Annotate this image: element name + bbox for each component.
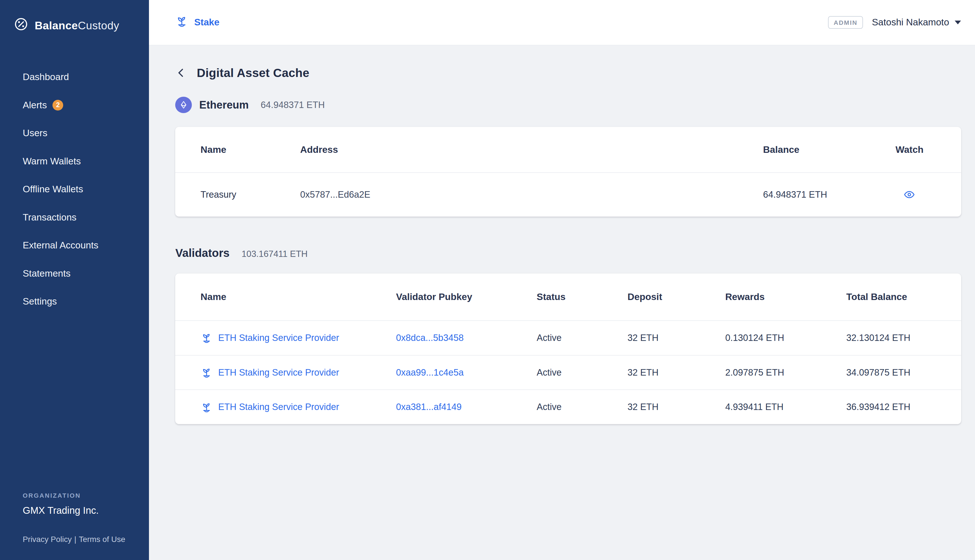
- page-content: Digital Asset Cache Ethereum 64.948371 E…: [149, 45, 975, 560]
- sidebar-item-users[interactable]: Users: [0, 119, 149, 147]
- col-header-deposit: Deposit: [628, 292, 725, 302]
- legal-links: Privacy Policy|Terms of Use: [23, 535, 136, 544]
- sidebar-item-label: Dashboard: [23, 72, 69, 82]
- brand-name: BalanceCustody: [35, 20, 119, 32]
- brand-logo-row[interactable]: BalanceCustody: [0, 0, 149, 34]
- validator-pubkey-link[interactable]: 0xa381...af4149: [396, 402, 537, 412]
- organization-name: GMX Trading Inc.: [23, 505, 136, 516]
- validator-status: Active: [537, 367, 628, 378]
- app-root: BalanceCustody Dashboard Alerts2 Users W…: [0, 0, 975, 560]
- stake-sprout-icon: [175, 15, 189, 30]
- sidebar-item-label: Offline Wallets: [23, 184, 83, 195]
- chevron-left-icon: [175, 67, 187, 79]
- watch-button[interactable]: [903, 189, 936, 200]
- chevron-down-icon: [955, 21, 961, 24]
- table-row: ETH Staking Service Provider 0xaa99...1c…: [175, 355, 961, 390]
- brand-name-light: Custody: [78, 20, 119, 32]
- sprout-icon: [200, 367, 212, 378]
- validator-status: Active: [537, 402, 628, 412]
- table-row: ETH Staking Service Provider 0xa381...af…: [175, 389, 961, 424]
- ethereum-icon: [175, 97, 192, 113]
- asset-balance: 64.948371 ETH: [260, 100, 325, 110]
- sidebar-item-offline-wallets[interactable]: Offline Wallets: [0, 175, 149, 203]
- sidebar-item-external-accounts[interactable]: External Accounts: [0, 231, 149, 259]
- validator-name-link[interactable]: ETH Staking Service Provider: [218, 367, 339, 378]
- validator-name-cell: ETH Staking Service Provider: [200, 332, 396, 344]
- validator-pubkey-link[interactable]: 0xaa99...1c4e5a: [396, 367, 537, 378]
- validator-deposit: 32 ETH: [628, 367, 725, 378]
- page-title: Digital Asset Cache: [197, 66, 309, 80]
- privacy-policy-link[interactable]: Privacy Policy: [23, 535, 72, 543]
- terms-of-use-link[interactable]: Terms of Use: [79, 535, 125, 543]
- asset-name: Ethereum: [199, 99, 249, 111]
- validator-deposit: 32 ETH: [628, 402, 725, 412]
- validators-table-card: Name Validator Pubkey Status Deposit Rew…: [175, 273, 961, 424]
- wallets-table-header: Name Address Balance Watch: [175, 127, 961, 172]
- sidebar-nav: Dashboard Alerts2 Users Warm Wallets Off…: [0, 63, 149, 315]
- validator-deposit: 32 ETH: [628, 333, 725, 343]
- validator-total-balance: 34.097875 ETH: [846, 367, 936, 378]
- validator-total-balance: 36.939412 ETH: [846, 402, 936, 412]
- eye-icon: [903, 189, 915, 200]
- table-row: Treasury 0x5787...Ed6a2E 64.948371 ETH: [175, 172, 961, 216]
- sidebar-item-settings[interactable]: Settings: [0, 287, 149, 315]
- validator-name-cell: ETH Staking Service Provider: [200, 401, 396, 413]
- validator-name-link[interactable]: ETH Staking Service Provider: [218, 402, 339, 412]
- validators-section-header: Validators 103.167411 ETH: [175, 247, 961, 260]
- validator-rewards: 2.097875 ETH: [725, 367, 846, 378]
- wallet-balance: 64.948371 ETH: [763, 190, 895, 200]
- stake-nav-link[interactable]: Stake: [175, 15, 219, 30]
- sidebar-item-dashboard[interactable]: Dashboard: [0, 63, 149, 91]
- validator-name-cell: ETH Staking Service Provider: [200, 367, 396, 378]
- topbar: Stake ADMIN Satoshi Nakamoto: [149, 0, 975, 45]
- sidebar-item-label: Users: [23, 128, 47, 138]
- user-name: Satoshi Nakamoto: [872, 17, 949, 28]
- sidebar-item-label: Warm Wallets: [23, 156, 81, 167]
- balance-logo-icon: [14, 17, 28, 34]
- col-header-name: Name: [200, 292, 396, 302]
- page-title-row: Digital Asset Cache: [175, 66, 961, 80]
- topbar-right: ADMIN Satoshi Nakamoto: [828, 16, 961, 29]
- sidebar-item-label: Transactions: [23, 212, 77, 223]
- validators-total-balance: 103.167411 ETH: [242, 249, 307, 259]
- wallet-name: Treasury: [200, 190, 300, 200]
- col-header-pubkey: Validator Pubkey: [396, 292, 537, 302]
- validator-pubkey-link[interactable]: 0x8dca...5b3458: [396, 333, 537, 343]
- sprout-icon: [200, 332, 212, 344]
- main-column: Stake ADMIN Satoshi Nakamoto: [149, 0, 975, 560]
- wallets-table-card: Name Address Balance Watch Treasury 0x57…: [175, 127, 961, 216]
- validator-total-balance: 32.130124 ETH: [846, 333, 936, 343]
- table-row: ETH Staking Service Provider 0x8dca...5b…: [175, 320, 961, 355]
- validator-rewards: 4.939411 ETH: [725, 402, 846, 412]
- validators-table-header: Name Validator Pubkey Status Deposit Rew…: [175, 273, 961, 320]
- sidebar-item-label: Statements: [23, 268, 70, 279]
- alerts-count-badge: 2: [52, 100, 63, 110]
- sprout-icon: [200, 401, 212, 413]
- sidebar-item-alerts[interactable]: Alerts2: [0, 91, 149, 119]
- validator-rewards: 0.130124 ETH: [725, 333, 846, 343]
- col-header-status: Status: [537, 292, 628, 302]
- user-menu-button[interactable]: Satoshi Nakamoto: [872, 17, 961, 28]
- validator-status: Active: [537, 333, 628, 343]
- organization-label: ORGANIZATION: [23, 492, 136, 499]
- col-header-total-balance: Total Balance: [846, 292, 936, 302]
- sidebar: BalanceCustody Dashboard Alerts2 Users W…: [0, 0, 149, 560]
- col-header-address: Address: [300, 144, 763, 155]
- sidebar-item-label: External Accounts: [23, 240, 98, 251]
- sidebar-item-label: Settings: [23, 296, 57, 307]
- validators-title: Validators: [175, 247, 229, 260]
- admin-role-badge: ADMIN: [828, 16, 863, 29]
- col-header-watch: Watch: [895, 144, 936, 155]
- back-button[interactable]: [175, 67, 187, 79]
- legal-separator: |: [74, 535, 76, 543]
- brand-name-bold: Balance: [35, 20, 78, 32]
- validator-name-link[interactable]: ETH Staking Service Provider: [218, 333, 339, 343]
- col-header-name: Name: [200, 144, 300, 155]
- sidebar-footer: ORGANIZATION GMX Trading Inc. Privacy Po…: [0, 492, 149, 560]
- sidebar-item-label: Alerts: [23, 100, 47, 110]
- wallet-address: 0x5787...Ed6a2E: [300, 190, 763, 200]
- sidebar-item-transactions[interactable]: Transactions: [0, 203, 149, 231]
- sidebar-item-statements[interactable]: Statements: [0, 259, 149, 287]
- sidebar-item-warm-wallets[interactable]: Warm Wallets: [0, 147, 149, 175]
- asset-header-row: Ethereum 64.948371 ETH: [175, 97, 961, 113]
